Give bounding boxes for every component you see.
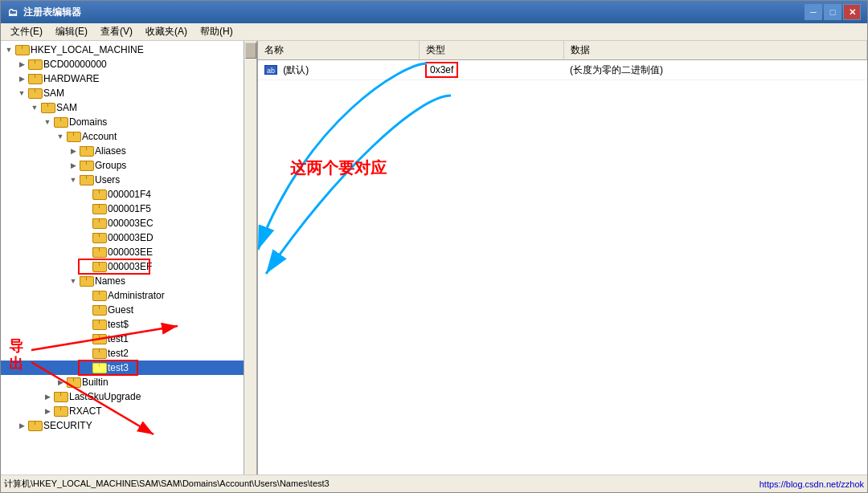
node-label: Builtin: [82, 375, 108, 389]
node-label: Groups: [95, 158, 126, 173]
tree-scrollbar[interactable]: [244, 41, 256, 475]
menu-bar: 文件(E) 编辑(E) 查看(V) 收藏夹(A) 帮助(H): [1, 23, 867, 41]
minimize-button[interactable]: ─: [805, 4, 822, 20]
table-header-row: 名称 类型 数据: [258, 41, 867, 60]
tree-node-domains[interactable]: ▼ Domains: [1, 115, 256, 129]
tree-node-000001f5[interactable]: ▶ 000001F5: [1, 202, 256, 216]
tree-node-000003ef[interactable]: ▶ 000003EF: [1, 259, 256, 274]
menu-file[interactable]: 文件(E): [4, 23, 49, 40]
tree-node-aliases[interactable]: ▶ Aliases: [1, 144, 256, 158]
status-path: 计算机\HKEY_LOCAL_MACHINE\SAM\SAM\Domains\A…: [4, 478, 330, 490]
folder-icon: [92, 348, 105, 359]
expand-icon[interactable]: ▶: [41, 390, 54, 403]
tree-node-builtin[interactable]: ▶ Builtin: [1, 375, 256, 389]
maximize-button[interactable]: □: [824, 4, 841, 20]
window-title: 注册表编辑器: [23, 6, 81, 19]
tree-pane[interactable]: ▼ HKEY_LOCAL_MACHINE ▶ BCD00000000 ▶ HAR…: [1, 41, 258, 475]
tree-node-account[interactable]: ▼ Account: [1, 129, 256, 144]
expand-icon[interactable]: ▶: [67, 159, 80, 172]
folder-icon: [41, 103, 54, 113]
values-table: 名称 类型 数据 ab (默认) 0x3ef (长度为零的二: [258, 41, 867, 80]
folder-icon: [80, 146, 92, 157]
expand-icon[interactable]: ▶: [15, 58, 28, 71]
folder-icon: [15, 45, 28, 55]
expand-icon[interactable]: ▼: [2, 43, 15, 56]
menu-help[interactable]: 帮助(H): [194, 23, 240, 40]
expand-icon[interactable]: ▼: [15, 87, 28, 100]
annotation-arrows-svg: [258, 41, 867, 442]
node-label: 000001F4: [108, 187, 151, 202]
node-label: SECURITY: [43, 418, 92, 433]
tree-node-bcd[interactable]: ▶ BCD00000000: [1, 57, 256, 71]
tree-node-000001f4[interactable]: ▶ 000001F4: [1, 187, 256, 202]
node-label: Aliases: [95, 144, 126, 158]
expand-icon[interactable]: ▼: [41, 116, 54, 128]
tree-node-groups[interactable]: ▶ Groups: [1, 158, 256, 173]
tree-node-test1[interactable]: ▶ test1: [1, 332, 256, 346]
tree-node-rxact[interactable]: ▶ RXACT: [1, 404, 256, 418]
folder-icon: [28, 421, 41, 431]
node-label: 000003ED: [108, 230, 154, 245]
node-label: Administrator: [108, 288, 165, 303]
expand-icon[interactable]: ▶: [67, 145, 80, 157]
tree-node-hardware[interactable]: ▶ HARDWARE: [1, 71, 256, 86]
folder-icon: [54, 392, 67, 402]
folder-icon: [92, 291, 105, 301]
col-data: 数据: [563, 41, 867, 60]
close-button[interactable]: ✕: [843, 4, 861, 20]
folder-icon: [80, 276, 92, 287]
node-label: RXACT: [69, 404, 102, 418]
tree-node-000003ee[interactable]: ▶ 000003EE: [1, 245, 256, 259]
right-pane: 名称 类型 数据 ab (默认) 0x3ef (长度为零的二: [258, 41, 867, 475]
status-bar: 计算机\HKEY_LOCAL_MACHINE\SAM\SAM\Domains\A…: [1, 475, 867, 492]
folder-icon: [67, 132, 80, 142]
table-row[interactable]: ab (默认) 0x3ef (长度为零的二进制值): [258, 60, 867, 80]
node-label: test3: [108, 361, 129, 375]
tree-node-sam-sub[interactable]: ▼ SAM: [1, 100, 256, 115]
menu-edit[interactable]: 编辑(E): [49, 23, 94, 40]
tree-node-test2[interactable]: ▶ test2: [1, 346, 256, 361]
folder-icon: [92, 204, 105, 214]
status-url: https://blog.csdn.net/zzhok: [760, 479, 864, 489]
tree-node-administrator[interactable]: ▶ Administrator: [1, 288, 256, 303]
folder-icon: [80, 161, 92, 171]
scrollbar-thumb[interactable]: [245, 43, 256, 59]
tree-node-sam-root[interactable]: ▼ SAM: [1, 86, 256, 100]
tree-node-guest[interactable]: ▶ Guest: [1, 303, 256, 317]
expand-icon[interactable]: ▶: [54, 376, 67, 389]
folder-icon: [28, 88, 41, 99]
tree-node-tests[interactable]: ▶ test$: [1, 317, 256, 332]
tree-node-lastsku[interactable]: ▶ LastSkuUpgrade: [1, 389, 256, 404]
node-label: SAM: [43, 86, 64, 100]
node-label: Names: [95, 274, 125, 288]
expand-icon[interactable]: ▶: [15, 72, 28, 85]
tree-node-test3[interactable]: ▶ test3: [1, 361, 256, 375]
expand-icon[interactable]: ▼: [28, 101, 41, 114]
node-label: LastSkuUpgrade: [69, 389, 141, 404]
value-data-cell: (长度为零的二进制值): [563, 60, 867, 80]
folder-icon: [92, 305, 105, 316]
expand-icon[interactable]: ▼: [67, 173, 80, 186]
expand-icon[interactable]: ▼: [54, 130, 67, 143]
title-bar: 🗂 注册表编辑器 ─ □ ✕: [1, 1, 867, 23]
expand-icon[interactable]: ▼: [67, 275, 80, 287]
tree-node-000003ec[interactable]: ▶ 000003EC: [1, 216, 256, 230]
folder-icon: [92, 189, 105, 200]
node-label: test$: [108, 317, 129, 332]
menu-favorites[interactable]: 收藏夹(A): [139, 23, 194, 40]
expand-icon[interactable]: ▶: [41, 405, 54, 418]
tree-node-security[interactable]: ▶ SECURITY: [1, 418, 256, 433]
tree-node-000003ed[interactable]: ▶ 000003ED: [1, 230, 256, 245]
tree-node-users[interactable]: ▼ Users: [1, 173, 256, 187]
folder-icon: [92, 233, 105, 243]
menu-view[interactable]: 查看(V): [94, 23, 139, 40]
node-label: Guest: [108, 303, 133, 317]
value-name-cell: ab (默认): [258, 60, 419, 80]
value-name: (默认): [283, 64, 309, 75]
tree-node-hklm[interactable]: ▼ HKEY_LOCAL_MACHINE: [1, 43, 256, 57]
expand-icon[interactable]: ▶: [15, 419, 28, 432]
registry-tree: ▼ HKEY_LOCAL_MACHINE ▶ BCD00000000 ▶ HAR…: [1, 43, 256, 433]
node-label: test2: [108, 346, 129, 361]
node-label: Users: [95, 173, 120, 187]
tree-node-names[interactable]: ▼ Names: [1, 274, 256, 288]
